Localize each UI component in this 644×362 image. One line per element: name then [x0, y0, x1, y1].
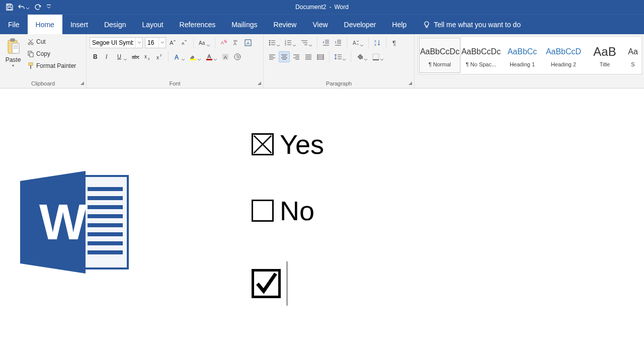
format-painter-button[interactable]: Format Painter: [25, 60, 78, 71]
clear-formatting-button[interactable]: A: [218, 37, 229, 48]
save-button[interactable]: [3, 1, 16, 13]
superscript-button[interactable]: x2: [154, 51, 165, 62]
strikethrough-button[interactable]: abc: [130, 51, 141, 62]
tab-home[interactable]: Home: [28, 15, 62, 34]
bullets-button[interactable]: [267, 37, 282, 48]
character-border-button[interactable]: A: [243, 37, 254, 48]
strike-icon: abc: [131, 53, 139, 61]
pilcrow-icon: ¶: [391, 39, 399, 47]
document-content[interactable]: Yes No: [252, 129, 324, 306]
tell-me-search[interactable]: Tell me what you want to do: [415, 15, 529, 34]
tab-help[interactable]: Help: [384, 15, 415, 34]
style-heading-1[interactable]: AaBbCc Heading 1: [502, 38, 543, 73]
show-marks-button[interactable]: ¶: [389, 37, 400, 48]
tab-view[interactable]: View: [304, 15, 336, 34]
tab-file[interactable]: File: [0, 15, 28, 34]
bold-button[interactable]: B: [90, 51, 101, 62]
redo-icon: [34, 3, 42, 11]
sort-button[interactable]: AZ: [372, 37, 383, 48]
cut-button[interactable]: Cut: [25, 36, 78, 47]
paste-button[interactable]: Paste ▾: [3, 36, 23, 71]
app-name: Word: [334, 4, 348, 11]
numbering-button[interactable]: 123: [283, 37, 298, 48]
svg-text:x: x: [156, 55, 159, 60]
undo-icon: [18, 3, 26, 11]
change-case-button[interactable]: Aa: [197, 37, 212, 48]
font-size-combo[interactable]: [145, 37, 166, 48]
separator: [351, 51, 351, 62]
tab-layout[interactable]: Layout: [134, 15, 172, 34]
line-spacing-button[interactable]: [333, 51, 348, 62]
enclose-icon: 字: [233, 53, 242, 61]
style-no-spacing[interactable]: AaBbCcDc ¶ No Spac...: [460, 38, 502, 73]
align-center-button[interactable]: [279, 51, 290, 62]
font-name-combo[interactable]: [90, 37, 143, 48]
copy-label: Copy: [36, 50, 50, 57]
enclose-characters-button[interactable]: 字: [232, 51, 243, 62]
style-heading-2[interactable]: AaBbCcD Heading 2: [543, 38, 584, 73]
phonetic-guide-button[interactable]: abcA: [230, 37, 242, 48]
grow-font-button[interactable]: A: [167, 37, 178, 48]
styles-gallery[interactable]: AaBbCcDc ¶ Normal AaBbCcDc ¶ No Spac... …: [418, 36, 642, 74]
tell-me-placeholder: Tell me what you want to do: [434, 21, 521, 29]
eraser-icon: A: [220, 39, 228, 47]
multilevel-list-button[interactable]: [299, 37, 314, 48]
superscript-icon: x2: [155, 53, 164, 61]
tab-mailings[interactable]: Mailings: [223, 15, 265, 34]
svg-text:A: A: [221, 40, 224, 45]
tab-review[interactable]: Review: [266, 15, 305, 34]
style-title[interactable]: AaB Title: [584, 38, 625, 73]
indent-icon: [334, 39, 342, 47]
borders-button[interactable]: [370, 51, 385, 62]
shrink-font-button[interactable]: A: [179, 37, 190, 48]
copy-button[interactable]: Copy: [25, 48, 78, 59]
font-name-input[interactable]: [90, 39, 135, 46]
font-size-input[interactable]: [145, 39, 158, 46]
style-normal[interactable]: AaBbCcDc ¶ Normal: [419, 38, 460, 73]
svg-rect-0: [8, 5, 11, 6]
shading-button[interactable]: [354, 51, 369, 62]
increase-indent-button[interactable]: [333, 37, 344, 48]
decrease-indent-button[interactable]: [320, 37, 332, 48]
separator: [168, 51, 169, 62]
group-label-styles: [415, 79, 644, 88]
svg-rect-94: [373, 54, 379, 60]
paste-dropdown-icon[interactable]: ▾: [12, 63, 14, 68]
clipboard-launcher[interactable]: ◢: [80, 80, 84, 85]
tab-developer[interactable]: Developer: [336, 15, 384, 34]
tab-references[interactable]: References: [172, 15, 224, 34]
tab-design[interactable]: Design: [96, 15, 134, 34]
italic-button[interactable]: I: [102, 51, 113, 62]
font-color-button[interactable]: A: [204, 51, 219, 62]
cut-label: Cut: [36, 38, 46, 45]
distributed-button[interactable]: [315, 51, 326, 62]
undo-button[interactable]: [17, 1, 30, 13]
tab-label: Mailings: [231, 21, 257, 29]
lightbulb-icon: [423, 21, 431, 29]
font-name-dropdown[interactable]: [135, 38, 142, 48]
paragraph-launcher[interactable]: ◢: [409, 80, 412, 85]
underline-button[interactable]: U: [114, 51, 129, 62]
highlight-button[interactable]: [188, 51, 203, 62]
tab-insert[interactable]: Insert: [62, 15, 96, 34]
redo-button[interactable]: [31, 1, 44, 13]
text-effects-button[interactable]: A: [172, 51, 187, 62]
subscript-button[interactable]: x2: [142, 51, 153, 62]
italic-icon: I: [103, 53, 111, 61]
character-shading-button[interactable]: A: [220, 51, 231, 62]
align-right-button[interactable]: [291, 51, 302, 62]
justify-button[interactable]: [303, 51, 314, 62]
asian-layout-button[interactable]: A: [350, 37, 365, 48]
svg-rect-14: [30, 65, 31, 69]
align-left-button[interactable]: [267, 51, 278, 62]
underline-icon: U: [115, 53, 123, 61]
svg-point-41: [269, 40, 271, 42]
style-subtitle[interactable]: Aa S: [625, 38, 640, 73]
undo-dropdown-icon[interactable]: [26, 5, 30, 9]
document-area[interactable]: W Yes No: [0, 88, 644, 362]
customize-qat-button[interactable]: [45, 1, 52, 13]
font-launcher[interactable]: ◢: [258, 80, 261, 85]
phonetic-icon: abcA: [232, 39, 240, 47]
numbering-icon: 123: [284, 39, 292, 47]
font-size-dropdown[interactable]: [158, 38, 166, 48]
